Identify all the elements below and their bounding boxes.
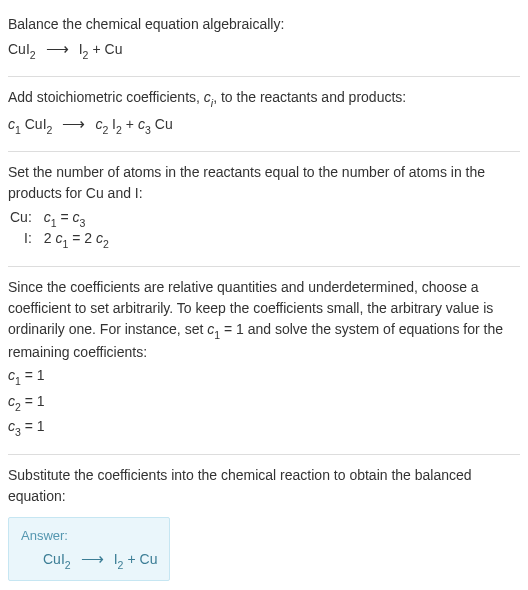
term-c1: c1 CuI2 — [8, 116, 52, 135]
solve-text: Since the coefficients are relative quan… — [8, 277, 520, 364]
section-coeffs: Add stoichiometric coefficients, ci, to … — [8, 77, 520, 152]
sol-c3: c3 = 1 — [8, 416, 520, 440]
answer-label: Answer: — [21, 528, 157, 543]
row-cu: Cu: c1 = c3 — [8, 208, 115, 229]
row-i: I: 2 c1 = 2 c2 — [8, 229, 115, 250]
term-c2: c2 I2 — [95, 116, 121, 135]
label-i: I: — [8, 229, 42, 250]
arrow-icon: ⟶ — [46, 39, 69, 58]
arrow-icon: ⟶ — [81, 549, 104, 568]
section-solve: Since the coefficients are relative quan… — [8, 267, 520, 455]
eq-cu: c1 = c3 — [42, 208, 115, 229]
reactant-cui2: CuI2 — [8, 41, 36, 60]
product-i2: I2 — [79, 41, 89, 60]
atoms-text: Set the number of atoms in the reactants… — [8, 162, 520, 204]
coeffs-text: Add stoichiometric coefficients, ci, to … — [8, 87, 520, 111]
section-intro: Balance the chemical equation algebraica… — [8, 4, 520, 77]
eq-i: 2 c1 = 2 c2 — [42, 229, 115, 250]
intro-text: Balance the chemical equation algebraica… — [8, 14, 520, 35]
reactant-cui2: CuI2 — [43, 551, 71, 570]
section-atoms: Set the number of atoms in the reactants… — [8, 152, 520, 267]
arrow-icon: ⟶ — [62, 114, 85, 133]
answer-text: Substitute the coefficients into the che… — [8, 465, 520, 507]
balanced-equation: CuI2 ⟶ I2 + Cu — [43, 549, 157, 570]
product-i2: I2 — [114, 551, 124, 570]
section-answer: Substitute the coefficients into the che… — [8, 455, 520, 590]
product-cu: Cu — [105, 41, 123, 57]
product-cu: Cu — [140, 551, 158, 567]
sol-c2: c2 = 1 — [8, 391, 520, 415]
label-cu: Cu: — [8, 208, 42, 229]
term-c3: c3 Cu — [138, 116, 173, 135]
answer-box: Answer: CuI2 ⟶ I2 + Cu — [8, 517, 170, 581]
sol-c1: c1 = 1 — [8, 365, 520, 389]
unbalanced-equation: CuI2 ⟶ I2 + Cu — [8, 39, 520, 60]
plus: + — [126, 116, 134, 132]
plus: + — [92, 41, 100, 57]
coeff-equation: c1 CuI2 ⟶ c2 I2 + c3 Cu — [8, 114, 520, 135]
atom-equations: Cu: c1 = c3 I: 2 c1 = 2 c2 — [8, 208, 115, 250]
plus: + — [127, 551, 135, 567]
